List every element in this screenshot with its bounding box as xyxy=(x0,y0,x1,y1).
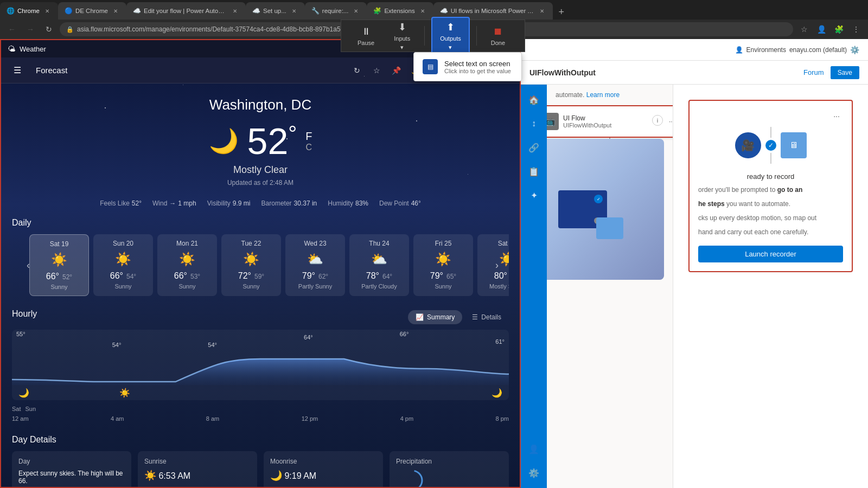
fahrenheit-button[interactable]: F xyxy=(305,130,312,143)
daily-scroll-left[interactable]: ‹ xyxy=(21,258,36,273)
weather-menu-button[interactable]: ☰ xyxy=(8,61,27,80)
dewpoint-label: Dew Point xyxy=(379,200,409,207)
day-card-0[interactable]: Sat 19 ☀️ 66° 52° Sunny xyxy=(29,234,89,296)
done-label: Done xyxy=(491,40,505,46)
tab-close-ui[interactable]: ✕ xyxy=(538,7,546,15)
summary-tab[interactable]: 📈 Summary xyxy=(408,310,462,324)
day-card-6[interactable]: Fri 25 ☀️ 79° 65° Sunny xyxy=(413,234,473,296)
sidebar-item-home[interactable]: 🏠 xyxy=(523,89,545,111)
tab-de-chrome[interactable]: 🔵 DE Chrome ✕ xyxy=(58,2,126,20)
profile-button[interactable]: 👤 xyxy=(814,22,829,37)
weather-pin-button[interactable]: 📌 xyxy=(387,62,405,79)
summary-label: Summary xyxy=(427,313,455,321)
day-card-5[interactable]: Thu 24 ⛅ 78° 64° Partly Cloudy xyxy=(349,234,409,296)
pa-right-panel: ··· 🎥 ✓ 🖥 ready t xyxy=(673,85,868,488)
pa-forum-link[interactable]: Forum xyxy=(803,68,824,76)
tab-close-de[interactable]: ✕ xyxy=(111,7,120,15)
day-name-6: Fri 25 xyxy=(435,240,452,247)
day-detail-moonrise-value: 🌙 9:19 AM xyxy=(270,470,376,481)
tab-requires[interactable]: 🔧 require:... ✕ xyxy=(305,2,367,20)
tab-close-1[interactable]: ✕ xyxy=(43,7,52,15)
pa-sidebar: 🏠 ↕ 🔗 📋 ✦ 👤 ⚙️ xyxy=(521,85,547,488)
back-button[interactable]: ← xyxy=(4,22,20,37)
tab-setup[interactable]: ☁️ Set up... ✕ xyxy=(246,2,305,20)
tab-close-ext[interactable]: ✕ xyxy=(418,7,427,15)
done-button[interactable]: ⏹ Done xyxy=(483,23,513,49)
hourly-time-2: 8 am xyxy=(206,415,219,422)
recorder-check-circle: ✓ xyxy=(765,140,776,151)
celsius-button[interactable]: C xyxy=(305,143,312,152)
day-detail-sunrise-title: Sunrise xyxy=(144,458,251,465)
day-card-2[interactable]: Mon 21 ☀️ 66° 53° Sunny xyxy=(157,234,217,296)
flow-step-more-2[interactable]: ··· xyxy=(665,115,673,128)
flow-step-info-btn[interactable]: i xyxy=(652,115,663,126)
day-name-7: Sat 26 xyxy=(498,240,509,247)
tab-icon-pa: ☁️ xyxy=(133,7,141,15)
learn-more-link[interactable]: Learn more xyxy=(586,91,620,99)
day-condition-3: Sunny xyxy=(242,283,259,290)
day-high-3: 72° xyxy=(238,271,251,281)
weather-favorite-button[interactable]: ☆ xyxy=(368,62,385,79)
recorder-arrow-chain: ✓ xyxy=(765,127,776,164)
launch-recorder-button[interactable]: Launch recorder xyxy=(698,246,843,262)
recorder-ready-text: ready to record xyxy=(698,172,843,181)
pa-env-label: Environments xyxy=(746,46,786,54)
hourly-icons-row: 🌙 ☀️ 🌙 xyxy=(12,388,509,398)
temp-label-4: 66° xyxy=(400,331,409,348)
sidebar-item-settings[interactable]: ⚙️ xyxy=(523,462,545,484)
reload-button[interactable]: ↻ xyxy=(41,22,56,37)
day-card-1[interactable]: Sun 20 ☀️ 66° 54° Sunny xyxy=(93,234,153,296)
day-detail-moonrise-title: Moonrise xyxy=(270,458,376,465)
sidebar-item-data[interactable]: 📋 xyxy=(523,160,545,182)
day-card-3[interactable]: Tue 22 ☀️ 72° 59° Sunny xyxy=(221,234,281,296)
day-icon-0: ☀️ xyxy=(51,252,67,267)
tab-chrome[interactable]: 🌐 Chrome ✕ xyxy=(0,2,58,20)
tab-close-req[interactable]: ✕ xyxy=(352,7,360,15)
day-high-6: 79° xyxy=(430,271,443,281)
day-name-3: Tue 22 xyxy=(241,240,261,247)
tab-title-ext: Extensions xyxy=(384,8,414,14)
flow-step-info-2: UI Flow UIFlowWithOutput xyxy=(563,114,647,129)
tab-extensions[interactable]: 🧩 Extensions ✕ xyxy=(367,2,433,20)
sidebar-item-ai[interactable]: ✦ xyxy=(523,184,545,206)
tab-pa[interactable]: ☁️ Edit your flow | Power Automate ✕ xyxy=(126,2,246,20)
inputs-button[interactable]: ⬇ Inputs ▾ xyxy=(386,18,418,54)
day-detail-day: Day Expect sunny skies. The high will be… xyxy=(12,451,131,487)
menu-button[interactable]: ⋮ xyxy=(848,22,864,37)
day-condition-0: Sunny xyxy=(50,284,67,290)
daily-scroll-right[interactable]: › xyxy=(489,258,505,273)
forward-button[interactable]: → xyxy=(23,22,38,37)
flow-step-icon-2: 📺 xyxy=(547,113,559,130)
outputs-icon: ⬆ xyxy=(446,21,455,33)
sidebar-item-connectors[interactable]: 🔗 xyxy=(523,137,545,158)
day-high-0: 66° xyxy=(46,272,59,281)
details-tab[interactable]: ☰ Details xyxy=(464,310,509,324)
tab-icon-de: 🔵 xyxy=(65,7,72,15)
new-tab-button[interactable]: + xyxy=(553,4,570,20)
tab-close-pa[interactable]: ✕ xyxy=(231,7,239,15)
tab-close-setup[interactable]: ✕ xyxy=(290,7,298,15)
recorder-close-btn[interactable]: ··· xyxy=(830,110,843,123)
outputs-button[interactable]: ⬆ Outputs ▾ xyxy=(431,17,470,55)
recorder-bold-2: he steps xyxy=(698,200,725,208)
bookmark-button[interactable]: ☆ xyxy=(796,22,812,37)
sidebar-item-profile[interactable]: 👤 xyxy=(523,438,545,460)
day-temps-6: 79° 65° xyxy=(430,271,456,281)
select-text-option[interactable]: ▤ Select text on screen Click into to ge… xyxy=(414,53,521,81)
inputs-chevron: ▾ xyxy=(400,44,404,51)
pa-save-button[interactable]: Save xyxy=(831,66,859,79)
flow-step-sublabel-2: UIFlowWithOutput xyxy=(563,122,647,129)
recorder-cam-icon: 🎥 xyxy=(735,132,761,158)
extensions-button[interactable]: 🧩 xyxy=(831,22,846,37)
weather-refresh-button[interactable]: ↻ xyxy=(348,62,366,79)
day-temps-2: 66° 53° xyxy=(174,271,200,281)
flow-icon: ↕ xyxy=(532,119,536,129)
weather-app: 🌤 Weather ☰ Forecast ↻ ☆ 📌 🌙 ··· Washing… xyxy=(0,39,521,488)
pa-settings-icon[interactable]: ⚙️ xyxy=(850,46,859,54)
pause-button[interactable]: ⏸ Pause xyxy=(350,23,382,49)
day-name-0: Sat 19 xyxy=(50,240,69,248)
daily-nav: Daily xyxy=(12,218,509,234)
pa-env-name: enayu.com (default) xyxy=(789,46,847,54)
sidebar-item-flow[interactable]: ↕ xyxy=(523,113,545,134)
day-card-4[interactable]: Wed 23 ⛅ 79° 62° Partly Sunny xyxy=(285,234,345,296)
